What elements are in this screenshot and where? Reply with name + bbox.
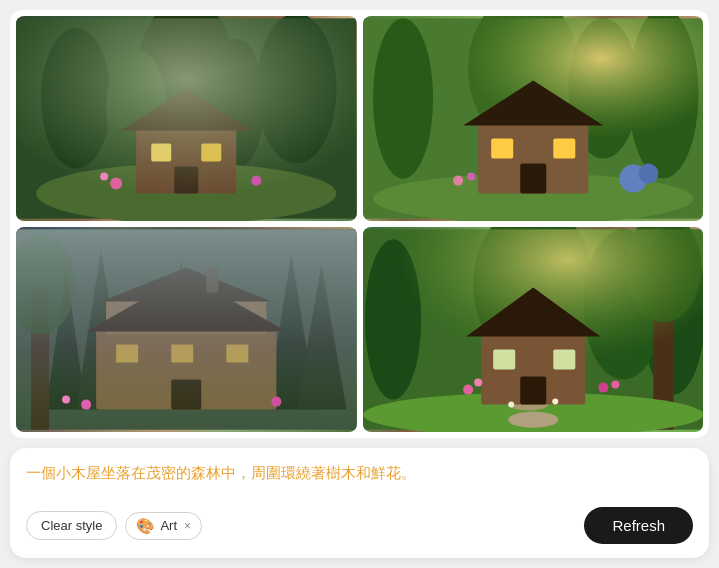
image-cell-1 — [16, 16, 357, 221]
svg-rect-70 — [520, 377, 546, 405]
svg-point-30 — [453, 176, 463, 186]
art-label: Art — [160, 518, 177, 533]
bottom-panel: 一個小木屋坐落在茂密的森林中，周圍環繞著樹木和鮮花。 Clear style 🎨… — [10, 448, 709, 558]
svg-rect-26 — [553, 139, 575, 159]
bottom-actions: Clear style 🎨 Art × Refresh — [26, 507, 693, 544]
image-cell-3 — [16, 227, 357, 432]
left-actions: Clear style 🎨 Art × — [26, 511, 202, 540]
art-close-icon[interactable]: × — [184, 519, 191, 533]
refresh-button[interactable]: Refresh — [584, 507, 693, 544]
image-grid — [10, 10, 709, 438]
svg-rect-69 — [553, 350, 575, 370]
svg-point-29 — [638, 164, 658, 184]
svg-point-74 — [611, 381, 619, 389]
svg-point-50 — [81, 400, 91, 410]
svg-rect-15 — [16, 18, 357, 218]
prompt-text: 一個小木屋坐落在茂密的森林中，周圍環繞著樹木和鮮花。 — [26, 462, 693, 495]
main-container: 一個小木屋坐落在茂密的森林中，周圍環繞著樹木和鮮花。 Clear style 🎨… — [0, 0, 719, 568]
svg-point-75 — [508, 402, 514, 408]
image-4 — [363, 227, 704, 432]
image-2 — [363, 16, 704, 221]
svg-point-31 — [467, 173, 475, 181]
svg-point-62 — [508, 412, 558, 428]
svg-rect-25 — [491, 139, 513, 159]
svg-point-51 — [271, 397, 281, 407]
image-cell-4 — [363, 227, 704, 432]
image-cell-2 — [363, 16, 704, 221]
image-3 — [16, 227, 357, 432]
art-icon: 🎨 — [136, 517, 155, 535]
svg-rect-27 — [520, 164, 546, 194]
svg-point-72 — [474, 379, 482, 387]
image-1 — [16, 16, 357, 221]
svg-point-52 — [62, 396, 70, 404]
svg-rect-68 — [493, 350, 515, 370]
clear-style-button[interactable]: Clear style — [26, 511, 117, 540]
art-tag[interactable]: 🎨 Art × — [125, 512, 202, 540]
svg-point-71 — [463, 385, 473, 395]
svg-point-76 — [552, 399, 558, 405]
svg-point-73 — [598, 383, 608, 393]
